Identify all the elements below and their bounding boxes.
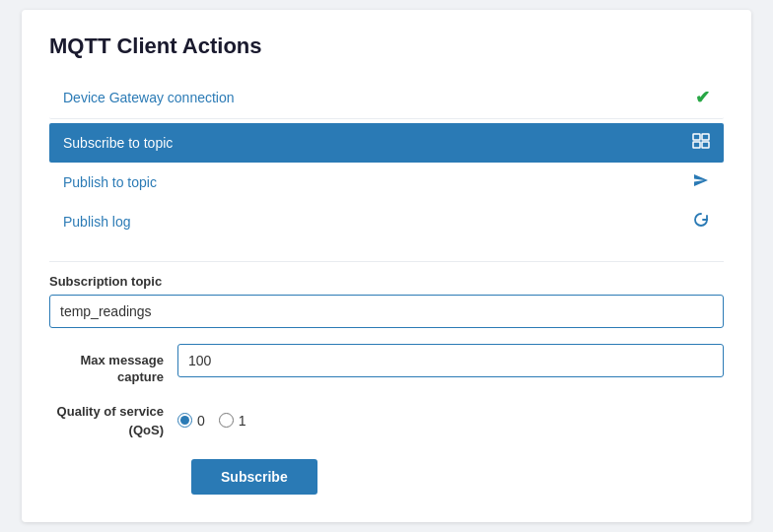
qos-group: Quality of service(QoS) 0 1 <box>49 402 724 439</box>
qos-label: Quality of service(QoS) <box>57 404 164 437</box>
subscribe-button[interactable]: Subscribe <box>191 459 317 495</box>
menu-item-device-gateway[interactable]: Device Gateway connection ✔ <box>49 77 724 119</box>
subscription-form: Subscription topic Max messagecapture Qu… <box>49 270 724 495</box>
qos-radio-0[interactable] <box>177 413 192 428</box>
qos-options: 0 1 <box>177 413 246 429</box>
max-message-input-col <box>177 344 724 377</box>
subscription-topic-label: Subscription topic <box>49 274 724 289</box>
qos-radio-1[interactable] <box>219 413 234 428</box>
menu-item-publish-log[interactable]: Publish log <box>49 202 724 241</box>
subscription-topic-input[interactable] <box>49 295 724 328</box>
qos-label-0: 0 <box>197 413 205 429</box>
publish-icon <box>692 172 710 192</box>
action-menu: Device Gateway connection ✔ Subscribe to… <box>49 77 724 241</box>
qos-option-0[interactable]: 0 <box>177 413 205 429</box>
max-message-capture-input[interactable] <box>177 344 724 377</box>
menu-item-publish-topic[interactable]: Publish to topic <box>49 163 724 202</box>
subscribe-icon <box>692 133 710 153</box>
svg-rect-2 <box>693 142 700 148</box>
subscription-topic-group: Subscription topic <box>49 274 724 328</box>
svg-rect-0 <box>693 134 700 140</box>
max-message-label-col: Max messagecapture <box>49 344 177 386</box>
qos-label-col: Quality of service(QoS) <box>49 402 177 439</box>
max-message-label: Max messagecapture <box>49 353 164 386</box>
page-title: MQTT Client Actions <box>49 33 724 59</box>
qos-label-1: 1 <box>239 413 246 429</box>
svg-rect-1 <box>702 134 709 140</box>
log-icon <box>692 212 710 232</box>
mqtt-client-actions-card: MQTT Client Actions Device Gateway conne… <box>22 10 751 522</box>
form-divider <box>49 261 724 262</box>
menu-item-label-log: Publish log <box>63 214 131 230</box>
menu-item-subscribe-topic[interactable]: Subscribe to topic <box>49 123 724 163</box>
qos-option-1[interactable]: 1 <box>219 413 246 429</box>
svg-rect-3 <box>702 142 709 148</box>
max-message-capture-group: Max messagecapture <box>49 344 724 386</box>
menu-item-label-publish: Publish to topic <box>63 174 157 190</box>
check-icon: ✔ <box>695 87 710 108</box>
menu-item-label-gateway: Device Gateway connection <box>63 90 235 105</box>
menu-item-label-subscribe: Subscribe to topic <box>63 135 173 151</box>
